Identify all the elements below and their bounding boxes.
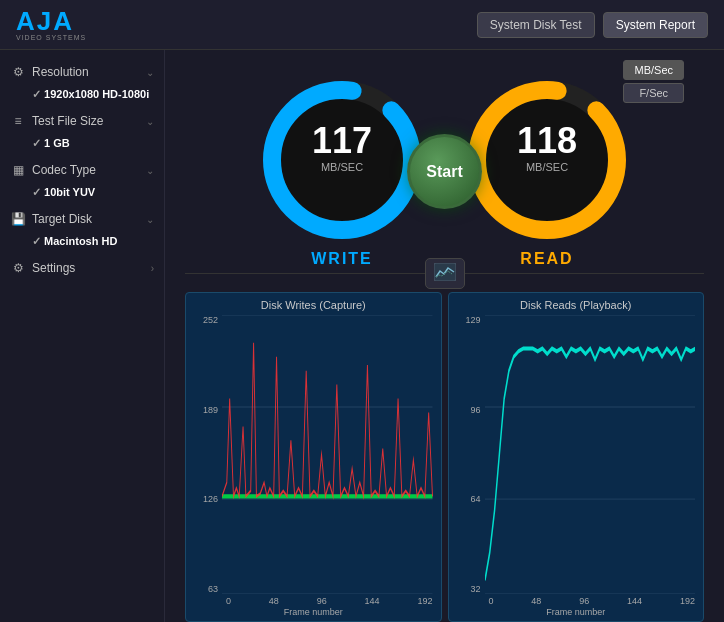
write-gauge: 117 MB/SEC WRITE [257, 75, 427, 268]
chevron-down-icon-4: ⌄ [146, 214, 154, 225]
aja-logo: AJA VIDEO SYSTEMS [16, 8, 86, 41]
divider [185, 273, 704, 274]
start-button-wrapper: Start [407, 134, 482, 209]
write-x-label: Frame number [194, 607, 433, 617]
sidebar-item-resolution[interactable]: ⚙ Resolution ⌄ [0, 58, 164, 86]
read-chart-body: 129 96 64 32 [457, 315, 696, 594]
read-label: READ [520, 250, 573, 268]
gauges-container: 117 MB/SEC WRITE Start 118 MB/SEC [257, 75, 632, 268]
codec-icon: ▦ [10, 162, 26, 178]
settings-icon: ⚙ [10, 260, 26, 276]
write-chart-panel: Disk Writes (Capture) 252 189 126 63 [185, 292, 442, 622]
write-chart-content [222, 315, 433, 594]
aja-logo-text: AJA [16, 8, 74, 34]
f-sec-button[interactable]: F/Sec [623, 83, 684, 103]
chevron-right-icon: › [151, 263, 154, 274]
svg-text:MB/SEC: MB/SEC [526, 161, 568, 173]
mb-sec-button[interactable]: MB/Sec [623, 60, 684, 80]
read-chart-content [485, 315, 696, 594]
write-label: WRITE [311, 250, 373, 268]
aja-logo-sub: VIDEO SYSTEMS [16, 34, 86, 41]
target-disk-value: Macintosh HD [0, 233, 164, 254]
resolution-icon: ⚙ [10, 64, 26, 80]
sidebar-item-settings[interactable]: ⚙ Settings › [0, 254, 164, 282]
header-buttons: System Disk Test System Report [477, 12, 708, 38]
read-gauge-circle: 118 MB/SEC [462, 75, 632, 245]
header: AJA VIDEO SYSTEMS System Disk Test Syste… [0, 0, 724, 50]
test-file-size-value: 1 GB [0, 135, 164, 156]
read-x-label: Frame number [457, 607, 696, 617]
test-file-icon: ≡ [10, 113, 26, 129]
read-chart-panel: Disk Reads (Playback) 129 96 64 32 [448, 292, 705, 622]
chevron-down-icon-2: ⌄ [146, 116, 154, 127]
write-chart-title: Disk Writes (Capture) [194, 299, 433, 311]
svg-text:118: 118 [517, 120, 577, 161]
sidebar-item-codec-type[interactable]: ▦ Codec Type ⌄ [0, 156, 164, 184]
chart-icon [425, 258, 465, 289]
write-chart-body: 252 189 126 63 [194, 315, 433, 594]
read-x-axis: 0 48 96 144 192 [457, 596, 696, 606]
read-gauge: 118 MB/SEC READ [462, 75, 632, 268]
charts-area: Disk Writes (Capture) 252 189 126 63 [185, 292, 704, 622]
chevron-down-icon-3: ⌄ [146, 165, 154, 176]
resolution-value: 1920x1080 HD-1080i [0, 86, 164, 107]
main-content: ⚙ Resolution ⌄ 1920x1080 HD-1080i ≡ Test… [0, 50, 724, 622]
read-y-axis: 129 96 64 32 [457, 315, 485, 594]
unit-buttons: MB/Sec F/Sec [623, 60, 684, 103]
write-y-axis: 252 189 126 63 [194, 315, 222, 594]
write-gauge-circle: 117 MB/SEC [257, 75, 427, 245]
sidebar: ⚙ Resolution ⌄ 1920x1080 HD-1080i ≡ Test… [0, 50, 165, 622]
start-button[interactable]: Start [407, 134, 482, 209]
write-x-axis: 0 48 96 144 192 [194, 596, 433, 606]
system-report-button[interactable]: System Report [603, 12, 708, 38]
sidebar-item-target-disk[interactable]: 💾 Target Disk ⌄ [0, 205, 164, 233]
content-area: MB/Sec F/Sec 117 MB/SEC WR [165, 50, 724, 622]
chevron-down-icon: ⌄ [146, 67, 154, 78]
disk-icon: 💾 [10, 211, 26, 227]
svg-text:117: 117 [312, 120, 372, 161]
sidebar-item-test-file-size[interactable]: ≡ Test File Size ⌄ [0, 107, 164, 135]
system-disk-test-button[interactable]: System Disk Test [477, 12, 595, 38]
svg-text:MB/SEC: MB/SEC [321, 161, 363, 173]
read-chart-title: Disk Reads (Playback) [457, 299, 696, 311]
codec-type-value: 10bit YUV [0, 184, 164, 205]
